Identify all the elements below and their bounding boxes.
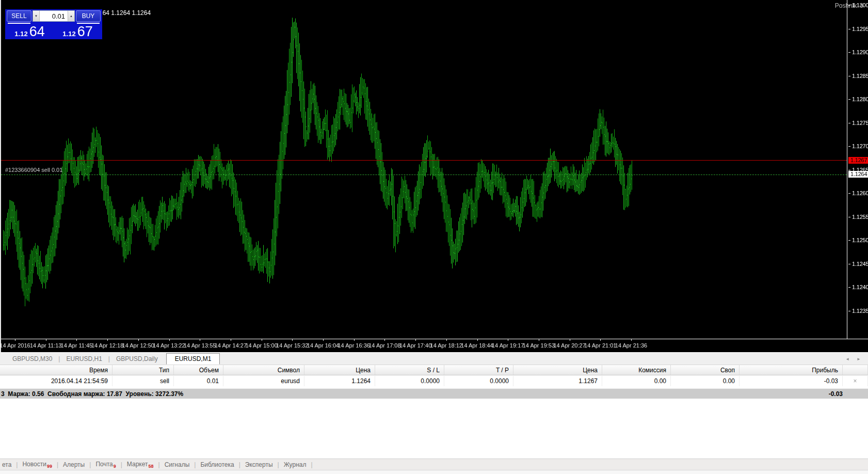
toolbar-tab-новости[interactable]: Новости99 — [18, 461, 56, 469]
chart-tab-gbpusd-daily[interactable]: GBPUSD,Daily — [111, 354, 163, 364]
time-axis-label: 14 Apr 11:45 — [61, 342, 93, 349]
sell-price-button[interactable]: 1.12 64 — [6, 24, 53, 39]
time-axis-label: 14 Apr 13:22 — [153, 342, 185, 349]
price-axis-label: 1.1275 — [848, 120, 868, 126]
time-axis-label: 14 Apr 18:44 — [461, 342, 493, 349]
candlestick-canvas — [1, 0, 847, 339]
column-header: Время — [0, 365, 112, 375]
price-axis-label: 1.1235 — [848, 308, 868, 314]
account-status-bar: 3 Маржа: 0.56 Свободная маржа: 17.87 Уро… — [0, 388, 868, 399]
column-header: Символ — [223, 365, 304, 375]
time-axis-tick — [138, 339, 139, 341]
sell-underline — [8, 23, 30, 24]
volume-stepper: ▼ ▲ — [33, 10, 75, 22]
position-cell: 1.1267 — [513, 376, 602, 386]
tab-scroll-left-icon[interactable]: ◄ — [845, 357, 849, 361]
toolbar-badge: 99 — [47, 464, 52, 469]
buy-price-small: 1.12 — [62, 30, 75, 38]
time-axis-label: 14 Apr 21:01 — [584, 342, 616, 349]
chart-window: #1233660904 sell 0.01 ▲EURUSD,M11.1264 1… — [0, 0, 868, 353]
time-axis-tick — [570, 339, 570, 341]
toolbar-tab-эксперты[interactable]: Эксперты — [240, 461, 278, 468]
price-axis-label: 1.1260 — [848, 190, 868, 196]
toolbar-tab-библиотека[interactable]: Библиотека — [196, 461, 238, 468]
buy-price-button[interactable]: 1.12 67 — [54, 24, 101, 39]
time-axis-tick — [76, 339, 77, 341]
time-axis-tick — [15, 339, 15, 341]
sell-price-big: 64 — [29, 25, 45, 39]
time-axis-label: 14 Apr 19:17 — [492, 342, 524, 349]
time-axis-label: 14 Apr 17:40 — [399, 342, 431, 349]
open-position-label: #1233660904 sell 0.01 — [5, 167, 62, 173]
terminal-empty-area — [0, 399, 868, 459]
time-axis-label: 14 Apr 12:50 — [122, 342, 154, 349]
price-axis-label: 1.1250 — [848, 237, 868, 243]
price-axis-label: 1.1285 — [848, 73, 868, 79]
time-axis-label: 14 Apr 15:00 — [245, 342, 277, 349]
volume-increase-button[interactable]: ▲ — [68, 11, 74, 21]
toolbar-tab-сигналы[interactable]: Сигналы — [160, 461, 195, 468]
position-cell: 0.00 — [671, 376, 740, 386]
chart-plot[interactable]: #1233660904 sell 0.01 ▲EURUSD,M11.1264 1… — [1, 0, 847, 339]
terminal-bottom-toolbar: ета|Новости99|Алерты|Почта9|Маркет58|Сиг… — [0, 459, 868, 470]
time-axis-tick — [107, 339, 108, 341]
time-axis-tick — [169, 339, 170, 341]
time-axis-tick — [354, 339, 355, 341]
tab-scroll-arrows: ◄► — [845, 353, 861, 365]
toolbar-tab-ета[interactable]: ета — [1, 461, 16, 468]
column-header: S / L — [375, 365, 444, 375]
price-axis-label: 1.1255 — [848, 214, 868, 220]
price-axis-label: 1.1300 — [848, 2, 868, 8]
time-axis-tick — [231, 339, 231, 341]
time-axis: 14 Apr 201614 Apr 11:1314 Apr 11:4514 Ap… — [1, 339, 868, 352]
volume-decrease-button[interactable]: ▼ — [33, 11, 40, 21]
time-axis-tick — [539, 339, 539, 341]
time-axis-tick — [46, 339, 46, 341]
chart-tab-eurusd-m1[interactable]: EURUSD,M1 — [166, 353, 220, 365]
toolbar-tab-алерты[interactable]: Алерты — [58, 461, 89, 468]
toolbar-tab-журнал[interactable]: Журнал — [279, 461, 311, 468]
column-header: Комиссия — [602, 365, 671, 375]
price-axis: 1.13001.12951.12901.12851.12801.12751.12… — [847, 0, 868, 339]
toolbar-separator: | — [311, 461, 312, 468]
time-axis-tick — [477, 339, 478, 341]
time-axis-tick — [323, 339, 324, 341]
tab-separator: | — [58, 355, 60, 362]
position-cell: eurusd — [223, 376, 304, 386]
chart-tab-eurusd-h1[interactable]: EURUSD,H1 — [61, 354, 107, 364]
time-axis-tick — [446, 339, 447, 341]
column-header: Тип — [112, 365, 174, 375]
column-header: Прибыль — [740, 365, 843, 375]
price-axis-label: 1.1240 — [848, 284, 868, 290]
position-cell: 0.0000 — [375, 376, 444, 386]
position-row[interactable]: 2016.04.14 21:54:59sell0.01eurusd1.12640… — [0, 376, 868, 386]
column-header: Своп — [671, 365, 740, 375]
chart-tab-gbpusd-m30[interactable]: GBPUSD,M30 — [7, 354, 57, 364]
position-bid-line — [1, 175, 847, 175]
time-axis-tick — [508, 339, 508, 341]
time-axis-tick — [292, 339, 293, 341]
tab-scroll-right-icon[interactable]: ► — [857, 357, 861, 361]
position-cell: 0.0000 — [444, 376, 513, 386]
time-axis-label: 14 Apr 16:04 — [307, 342, 339, 349]
volume-input[interactable] — [40, 11, 68, 21]
position-cell: 0.00 — [602, 376, 671, 386]
close-position-icon[interactable]: × — [843, 376, 868, 386]
position-cell: 2016.04.14 21:54:59 — [0, 376, 112, 386]
sell-button[interactable]: SELL — [7, 10, 31, 22]
ask-price-line — [1, 160, 847, 161]
chart-tab-bar: GBPUSD,M30|EURUSD,H1|GBPUSD,DailyEURUSD,… — [0, 353, 868, 365]
buy-button[interactable]: BUY — [76, 10, 101, 22]
time-axis-label: 14 Apr 17:08 — [368, 342, 400, 349]
tab-separator: | — [108, 355, 110, 362]
time-axis-label: 14 Apr 20:27 — [553, 342, 585, 349]
toolbar-tab-маркет[interactable]: Маркет58 — [122, 461, 158, 469]
time-axis-tick — [200, 339, 200, 341]
time-axis-label: 14 Apr 2016 — [0, 342, 30, 349]
time-axis-tick — [262, 339, 262, 341]
toolbar-tab-почта[interactable]: Почта9 — [91, 461, 120, 469]
column-header: T / P — [444, 365, 513, 375]
time-axis-label: 14 Apr 16:36 — [337, 342, 369, 349]
column-header-empty — [843, 365, 868, 375]
ask-price-badge: 1.1267 — [848, 157, 868, 164]
